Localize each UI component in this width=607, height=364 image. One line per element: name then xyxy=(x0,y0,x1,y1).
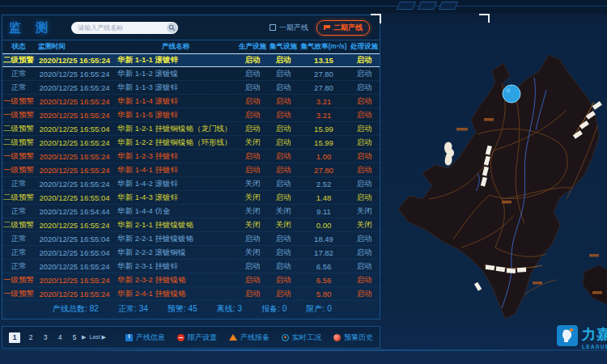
table-row[interactable]: 一级预警 2020/12/25 16:55:24 华新 1-1-4 滚镀锌 启动… xyxy=(2,95,380,108)
table-row[interactable]: 一级预警 2020/12/25 16:55:24 华新 1-2-3 挂镀锌 启动… xyxy=(2,150,380,163)
cell-production-facility: 启动 xyxy=(237,69,268,79)
cell-time: 2020/12/25 16:55:24 xyxy=(35,111,114,120)
phase1-checkbox[interactable] xyxy=(270,24,276,31)
table-row[interactable]: 正常 2020/12/25 16:55:24 华新 1-4-2 滚镀锌 关闭 启… xyxy=(2,177,380,191)
monitoring-panel: 监 测 一期产线 二期产线 状态监测时间产线名称生产设施集气设施集气效率(m³/… xyxy=(2,15,380,320)
cell-gas-efficiency: 3.21 xyxy=(299,97,349,106)
cell-time: 2020/12/25 16:54:44 xyxy=(35,207,114,216)
cell-treatment-facility: 启动 xyxy=(349,261,380,272)
logo-text: 力嘉科技 LEAGUE TECH xyxy=(582,325,607,349)
phase1-label: 一期产线 xyxy=(279,23,308,33)
cell-production-facility: 关闭 xyxy=(237,138,268,148)
table-row[interactable]: 正常 2020/12/25 16:55:24 华新 1-1-3 滚镀锌 启动 启… xyxy=(2,81,380,95)
cell-gas-efficiency: 3.21 xyxy=(299,111,349,120)
top-decor-tab xyxy=(439,2,458,10)
summary-value: 0 xyxy=(282,304,287,313)
page-number[interactable]: 4 xyxy=(56,333,64,341)
action-icon xyxy=(125,334,133,341)
action-label: 产线信息 xyxy=(136,332,165,343)
page-title: 监 测 xyxy=(9,20,53,36)
table-row[interactable]: 二级预警 2020/12/25 16:55:24 华新 1-1-1 滚镀锌 启动… xyxy=(2,53,380,67)
cell-production-facility: 启动 xyxy=(237,234,268,244)
next-page-button[interactable]: ▶ xyxy=(82,334,86,341)
table-row[interactable]: 二级预警 2020/12/25 16:55:24 华新 1-2-2 挂镀铜镍铬（… xyxy=(2,136,380,150)
table-row[interactable]: 二级预警 2020/12/25 16:55:24 华新 2-1-1 挂镀镍镀铬 … xyxy=(2,218,380,232)
table-row[interactable]: 正常 2020/12/25 16:55:04 华新 2-2-1 挂镀镍镀铬 启动… xyxy=(2,232,380,246)
cell-time: 2020/12/25 16:55:24 xyxy=(35,180,114,188)
panel-header: 监 测 一期产线 二期产线 xyxy=(2,15,380,40)
phase2-button[interactable]: 二期产线 xyxy=(316,20,370,36)
cell-status: 正常 xyxy=(2,234,35,244)
cell-time: 2020/12/25 16:55:24 xyxy=(35,221,114,230)
cell-time: 2020/12/25 16:55:04 xyxy=(35,235,114,243)
map-cluster-marker[interactable] xyxy=(503,85,520,103)
cell-gas-collection-facility: 启动 xyxy=(268,179,299,189)
top-decor-tab xyxy=(418,2,437,10)
cell-status: 一级预警 xyxy=(2,151,35,162)
cell-status: 二级预警 xyxy=(2,220,35,231)
table-row[interactable]: 正常 2020/12/25 16:54:44 华新 1-4-4 仿金 关闭 关闭… xyxy=(2,205,380,218)
column-header: 集气效率(m³/s) xyxy=(299,42,349,52)
cell-gas-efficiency: 5.80 xyxy=(299,290,349,298)
cell-gas-collection-facility: 启动 xyxy=(268,151,299,162)
cell-production-facility: 关闭 xyxy=(237,193,268,203)
cell-production-facility: 启动 xyxy=(237,165,268,176)
page-number[interactable]: 5 xyxy=(70,333,79,341)
summary-item: 产线总数:82 xyxy=(53,303,99,315)
cell-time: 2020/12/25 16:55:24 xyxy=(35,276,114,285)
cell-production-facility: 启动 xyxy=(237,151,268,162)
page-number[interactable]: 3 xyxy=(41,333,49,341)
cell-gas-collection-facility: 启动 xyxy=(268,138,299,148)
cell-treatment-facility: 启动 xyxy=(349,124,380,134)
table-row[interactable]: 一级预警 2020/12/25 16:55:24 华新 2-3-2 挂镀镍铬 启… xyxy=(2,273,380,287)
action-button[interactable]: 限产设置 xyxy=(177,332,217,343)
page-number[interactable]: 2 xyxy=(27,333,35,341)
cell-status: 一级预警 xyxy=(2,110,35,121)
table-row[interactable]: 正常 2020/12/25 16:55:24 华新 2-3-1 挂镀锌 启动 启… xyxy=(2,260,380,273)
table-row[interactable]: 一级预警 2020/12/25 16:55:24 华新 1-4-1 挂镀锌 启动… xyxy=(2,163,380,177)
cell-time: 2020/12/25 16:55:04 xyxy=(35,125,114,133)
cell-status: 二级预警 xyxy=(2,55,35,66)
action-button[interactable]: 实时工况 xyxy=(282,332,321,343)
cell-production-facility: 关闭 xyxy=(237,220,268,231)
cell-gas-efficiency: 9.11 xyxy=(299,207,349,216)
summary-label: 正常: xyxy=(118,304,137,313)
district-map[interactable] xyxy=(380,13,607,325)
cell-time: 2020/12/25 16:55:24 xyxy=(35,262,114,271)
top-decor-tab xyxy=(397,2,416,10)
cell-line-name: 华新 1-4-1 挂镀锌 xyxy=(114,165,237,176)
cell-production-facility: 启动 xyxy=(237,83,268,93)
table-row[interactable]: 正常 2020/12/25 16:55:24 华新 1-1-2 滚镀镍 启动 启… xyxy=(2,67,380,81)
table-row[interactable]: 正常 2020/12/25 16:55:04 华新 2-2-2 滚镀铜镍 关闭 … xyxy=(2,246,380,260)
cell-line-name: 华新 2-3-2 挂镀镍铬 xyxy=(114,275,237,286)
action-button[interactable]: 产线信息 xyxy=(125,332,165,343)
district-shape xyxy=(398,55,599,319)
page-number[interactable]: 1 xyxy=(9,332,20,343)
cell-line-name: 华新 2-1-1 挂镀镍镀铬 xyxy=(114,220,237,231)
cell-treatment-facility: 关闭 xyxy=(349,206,380,217)
cell-gas-collection-facility: 启动 xyxy=(268,55,299,66)
search-input[interactable] xyxy=(78,23,165,33)
action-label: 实时工况 xyxy=(292,332,321,343)
bottom-bar: 12345 ▶ Last ▶ 产线信息 限产设置 产线报备 实时工况 预警历史 xyxy=(2,326,380,349)
table-row[interactable]: 二级预警 2020/12/25 16:55:04 华新 1-2-1 挂镀铜镍铬（… xyxy=(2,122,380,136)
table-row[interactable]: 一级预警 2020/12/25 16:55:24 华新 1-1-5 滚镀锌 启动… xyxy=(2,108,380,122)
cell-gas-collection-facility: 启动 xyxy=(268,96,299,107)
phase1-checkbox-group[interactable]: 一期产线 xyxy=(270,23,308,33)
cell-gas-efficiency: 15.99 xyxy=(299,125,349,133)
cell-treatment-facility: 启动 xyxy=(349,69,380,79)
cell-treatment-facility: 启动 xyxy=(349,110,380,121)
summary-label: 预警: xyxy=(168,304,186,313)
search-button[interactable] xyxy=(167,23,177,33)
cell-treatment-facility: 启动 xyxy=(349,96,380,107)
cell-status: 正常 xyxy=(2,83,35,93)
table-row[interactable]: 一级预警 2020/12/25 16:55:24 华新 2-4-1 挂镀镍铬 启… xyxy=(2,287,380,301)
action-button[interactable]: 产线报备 xyxy=(229,332,270,343)
last-page-button[interactable]: Last ▶ xyxy=(89,334,106,341)
table-row[interactable]: 二级预警 2020/12/25 16:55:04 华新 1-4-3 滚镀锌 关闭… xyxy=(2,191,380,205)
cell-gas-collection-facility: 启动 xyxy=(268,83,299,93)
cell-gas-efficiency: 27.80 xyxy=(299,166,349,175)
cell-gas-efficiency: 6.56 xyxy=(299,262,349,271)
action-button[interactable]: 预警历史 xyxy=(333,332,373,343)
summary-item: 离线:3 xyxy=(217,303,242,315)
